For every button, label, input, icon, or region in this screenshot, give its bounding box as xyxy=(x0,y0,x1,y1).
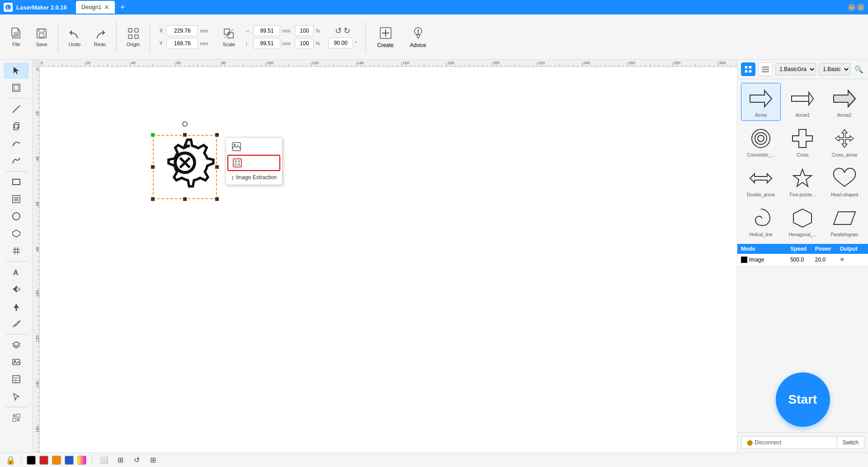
handle-top-left[interactable] xyxy=(151,133,155,137)
handle-bottom-left[interactable] xyxy=(151,197,155,201)
start-button[interactable]: Start xyxy=(776,372,830,427)
color-orange[interactable] xyxy=(52,456,61,465)
table-tool[interactable] xyxy=(4,371,29,387)
rotation-input[interactable] xyxy=(328,38,353,48)
color-blue[interactable] xyxy=(65,456,74,465)
handle-right-middle[interactable] xyxy=(215,165,219,169)
circle-tool[interactable] xyxy=(4,208,29,224)
select-tool[interactable] xyxy=(4,62,29,79)
origin-button[interactable]: Origin xyxy=(122,24,144,50)
color-gradient[interactable] xyxy=(77,456,86,465)
tab-add-button[interactable]: + xyxy=(120,3,125,12)
tab-design1[interactable]: Design1 ✕ xyxy=(76,1,115,14)
scale-button[interactable]: Scale xyxy=(218,24,240,50)
height-input[interactable] xyxy=(253,38,280,49)
layers-tool[interactable] xyxy=(4,337,29,353)
disconnect-dot: ⬤ xyxy=(747,439,753,446)
svg-marker-38 xyxy=(16,286,20,292)
svg-rect-26 xyxy=(13,179,20,185)
shape-item-concentric[interactable]: Concentric_... xyxy=(741,123,781,161)
maximize-button[interactable]: □ xyxy=(857,4,864,11)
bottom-grid-tool[interactable]: ⊞ xyxy=(146,454,159,467)
shape-search-button[interactable]: 🔍 xyxy=(853,63,864,76)
tab-close-icon[interactable]: ✕ xyxy=(104,4,109,11)
svg-line-41 xyxy=(13,326,14,327)
rect2-tool[interactable] xyxy=(4,191,29,207)
shape-item-five-pointed[interactable]: Five-pointe... xyxy=(783,162,822,200)
bottom-select-tool[interactable]: ⊞ xyxy=(114,454,127,467)
curve-tool[interactable] xyxy=(4,135,29,152)
grid2-tool[interactable] xyxy=(4,410,29,426)
shape-item-arrow2[interactable]: Arrow2 xyxy=(825,83,864,121)
handle-left-middle[interactable] xyxy=(151,165,155,169)
shape-item-hexagonal[interactable]: Hexagonal_... xyxy=(783,202,822,240)
curve2-tool[interactable] xyxy=(4,152,29,169)
fill-tool[interactable] xyxy=(4,298,29,315)
image-tool[interactable] xyxy=(4,354,29,370)
shape-item-cross-arrow[interactable]: Cross_arrow xyxy=(825,123,864,161)
shape-view-btn-1[interactable] xyxy=(741,62,755,76)
heart-shape-label: Heart-shaped xyxy=(831,192,859,197)
x-input[interactable] xyxy=(166,25,198,36)
minimize-button[interactable]: — xyxy=(848,4,855,11)
shape-item-double-arrow[interactable]: Double_arrow xyxy=(741,162,781,200)
redo-button[interactable]: Redo xyxy=(89,24,111,50)
popup-item-label[interactable]: ↕ Image Extraction xyxy=(227,172,280,183)
popup-item-2[interactable] xyxy=(227,155,280,171)
left-toolbar: A xyxy=(0,60,33,453)
y-input[interactable] xyxy=(166,38,198,49)
line-tool[interactable] xyxy=(4,101,29,117)
text-tool[interactable]: A xyxy=(4,264,29,280)
copy-tool[interactable] xyxy=(4,118,29,134)
shape-item-arrow[interactable]: Arrow xyxy=(741,83,781,121)
width-input[interactable] xyxy=(253,25,280,36)
create-button[interactable]: Create xyxy=(371,22,400,52)
frame-tool[interactable] xyxy=(4,80,29,96)
undo-button[interactable]: Undo xyxy=(64,24,85,50)
color-black[interactable] xyxy=(27,456,36,465)
canvas-surface[interactable]: ↕ Image Extraction xyxy=(40,67,737,453)
bottom-rect-tool[interactable]: ⬜ xyxy=(98,454,110,467)
shape-item-cross[interactable]: Cross xyxy=(783,123,822,161)
rect-tool[interactable] xyxy=(4,174,29,190)
shape-view-btn-2[interactable] xyxy=(758,62,773,76)
selected-object[interactable] xyxy=(153,135,217,199)
pen-tool[interactable] xyxy=(4,315,29,332)
shape-category-dropdown[interactable]: 1.BasicGra xyxy=(775,63,816,76)
mirror-tool[interactable] xyxy=(4,281,29,297)
hexagonal-shape-svg xyxy=(789,205,816,231)
shape-item-parallelogram[interactable]: Parallelogram xyxy=(825,202,864,240)
pointer-tool[interactable] xyxy=(4,388,29,405)
shape-subcategory-dropdown[interactable]: 1.Basic xyxy=(819,63,850,76)
layer-eye-cell[interactable]: 👁 xyxy=(840,257,864,263)
col-speed: Speed xyxy=(790,246,815,252)
rotate-ccw-button[interactable]: ↺ xyxy=(335,26,342,36)
rotate-cw-button[interactable]: ↻ xyxy=(344,26,350,36)
layer-row-1[interactable]: Image 500.0 20.0 👁 xyxy=(737,254,868,266)
file-button[interactable]: File xyxy=(5,24,27,50)
handle-bottom-middle[interactable] xyxy=(183,197,187,201)
rotate-handle[interactable] xyxy=(182,121,188,127)
popup-item-1[interactable] xyxy=(227,139,280,154)
concentric-shape-label: Concentric_... xyxy=(747,152,775,157)
svg-rect-65 xyxy=(745,70,748,73)
canvas-area[interactable]: // Can't use script in SVG like this; us… xyxy=(33,60,737,453)
grid-tool[interactable] xyxy=(4,243,29,259)
h-pct-input[interactable] xyxy=(295,38,314,49)
file-label: File xyxy=(12,42,20,47)
shape-item-helical[interactable]: Helical_line xyxy=(741,202,781,240)
bottom-refresh-tool[interactable]: ↺ xyxy=(130,454,143,467)
w-pct-input[interactable] xyxy=(295,25,314,36)
handle-top-middle[interactable] xyxy=(183,133,187,137)
shape-item-heart[interactable]: Heart-shaped xyxy=(825,162,864,200)
svg-rect-21 xyxy=(13,84,20,91)
color-red[interactable] xyxy=(39,456,48,465)
switch-button[interactable]: Switch xyxy=(837,436,864,449)
handle-bottom-right[interactable] xyxy=(215,197,219,201)
shape-item-arrow1[interactable]: Arrow1 xyxy=(783,83,822,121)
polygon-tool[interactable] xyxy=(4,225,29,242)
handle-top-right[interactable] xyxy=(215,133,219,137)
save-button[interactable]: Save xyxy=(31,24,52,50)
advice-button[interactable]: Advice xyxy=(404,22,433,52)
disconnect-button[interactable]: ⬤ Disconnect xyxy=(741,436,837,449)
